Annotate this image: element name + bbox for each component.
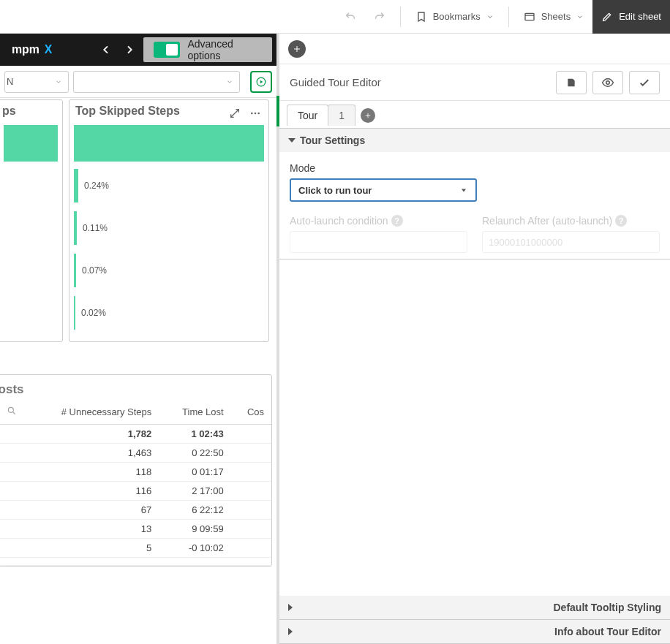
help-icon: ?: [615, 215, 627, 227]
card-actions: [225, 103, 266, 124]
svg-point-6: [257, 113, 260, 115]
svg-point-8: [606, 80, 610, 84]
bar-1: [74, 125, 264, 162]
expand-button[interactable]: [227, 106, 242, 121]
charts-row: ps Top Skipped Steps 0.24%: [0, 98, 276, 346]
editor-title: Guided Tour Editor: [290, 76, 550, 88]
acc-info-header[interactable]: Info about Tour Editor: [279, 620, 670, 643]
table-row[interactable]: 139 09:59: [0, 520, 271, 539]
svg-text:X: X: [45, 43, 53, 56]
play-icon: [256, 77, 266, 87]
chevron-left-icon: [100, 44, 112, 56]
object-icon: [565, 77, 577, 88]
filter-dropdown-1[interactable]: N: [4, 71, 69, 93]
chevron-down-icon: [486, 13, 494, 20]
eye-icon: [601, 76, 614, 89]
edit-sheet-label: Edit sheet: [619, 11, 661, 22]
table-row[interactable]: [0, 558, 271, 566]
preview-button[interactable]: [592, 71, 623, 94]
triangle-down-icon: [288, 138, 296, 143]
mode-label: Mode: [290, 162, 660, 174]
plus-icon: [293, 45, 301, 53]
chart-card-skipped-steps[interactable]: Top Skipped Steps 0.24% 0.11% 0.07% 0.02…: [69, 99, 269, 342]
selection-marker: [276, 96, 279, 126]
add-object-button[interactable]: [288, 40, 306, 58]
more-button[interactable]: [248, 106, 263, 121]
editor-pane: Guided Tour Editor Tour 1 Tour Settings …: [276, 34, 670, 644]
svg-point-4: [251, 113, 253, 115]
bar-large: [4, 125, 58, 162]
disabled-fields: Auto-launch condition? Relaunch After (a…: [290, 215, 660, 253]
table-row[interactable]: 676 22:12: [0, 501, 271, 520]
table-title: y Steps and Reduce Costs: [0, 375, 271, 400]
auto-launch-input: [290, 231, 467, 253]
confirm-button[interactable]: [629, 71, 660, 94]
table-card[interactable]: y Steps and Reduce Costs # Unnecessary S…: [0, 374, 272, 567]
editor-header: Guided Tour Editor: [279, 64, 670, 101]
bar-5: [74, 296, 75, 330]
bar-4: [74, 254, 76, 287]
chevron-down-icon: [576, 13, 584, 20]
auto-launch-label: Auto-launch condition?: [290, 215, 467, 227]
acc-tooltip-header[interactable]: Default Tooltip Styling: [279, 596, 670, 619]
redo-button[interactable]: [365, 0, 394, 34]
undo-button[interactable]: [336, 0, 365, 34]
relaunch-label: Relaunch After (auto-launch)?: [482, 215, 660, 227]
object-button[interactable]: [556, 71, 587, 94]
add-object-row: [279, 34, 670, 64]
table-row[interactable]: 5-0 10:02: [0, 539, 271, 558]
plus-icon: [364, 112, 372, 119]
bookmarks-button[interactable]: Bookmarks: [407, 0, 502, 34]
undo-icon: [345, 11, 356, 23]
bookmark-icon: [415, 11, 427, 23]
triangle-down-icon: [459, 186, 468, 194]
chevron-down-icon: [55, 78, 62, 86]
table-row[interactable]: 1,4630 22:50: [0, 444, 271, 463]
app-bar: mpm X Advanced options: [0, 34, 276, 66]
table-row[interactable]: 1162 17:00: [0, 482, 271, 501]
svg-text:mpm: mpm: [12, 43, 39, 56]
nav-prev-button[interactable]: [97, 39, 116, 60]
chart-card-left[interactable]: ps: [0, 99, 63, 342]
table-row[interactable]: 1180 01:17: [0, 463, 271, 482]
sheets-icon: [524, 11, 535, 23]
sheets-button[interactable]: Sheets: [515, 0, 592, 34]
acc-tour-settings-header[interactable]: Tour Settings: [279, 129, 670, 152]
table-row-total: 1,7821 02:43: [0, 425, 271, 444]
tab-1[interactable]: 1: [328, 105, 355, 126]
col-time[interactable]: Time Lost: [159, 400, 230, 425]
svg-point-7: [8, 407, 13, 412]
search-icon: [7, 406, 17, 416]
toggle-switch[interactable]: [154, 42, 181, 58]
edit-sheet-button[interactable]: Edit sheet: [592, 0, 670, 34]
play-button[interactable]: [250, 71, 272, 93]
chevron-down-icon: [226, 78, 233, 86]
svg-rect-0: [525, 13, 534, 20]
search-header[interactable]: [0, 400, 24, 425]
tab-tour[interactable]: Tour: [287, 105, 328, 126]
col-cost[interactable]: Cos: [231, 400, 271, 425]
top-toolbar: Bookmarks Sheets Edit sheet: [0, 0, 670, 34]
triangle-right-icon: [288, 628, 550, 635]
tab-add[interactable]: [355, 104, 381, 127]
acc-info: Info about Tour Editor: [279, 620, 670, 644]
bar-3: [74, 211, 77, 245]
redo-icon: [374, 11, 385, 23]
left-pane: mpm X Advanced options N: [0, 34, 276, 644]
help-icon: ?: [391, 215, 403, 227]
editor-tabs: Tour 1: [279, 101, 670, 129]
advanced-options-toggle[interactable]: Advanced options: [143, 37, 272, 62]
advanced-options-label: Advanced options: [187, 38, 262, 61]
filter-dropdown-2[interactable]: [73, 71, 240, 93]
relaunch-input: 19000101000000: [482, 231, 660, 253]
nav-next-button[interactable]: [120, 39, 139, 60]
expand-icon: [229, 107, 241, 119]
mode-select[interactable]: Click to run tour: [290, 178, 477, 202]
bookmarks-label: Bookmarks: [433, 11, 481, 22]
acc-tour-settings: Tour Settings Mode Click to run tour Aut…: [279, 129, 670, 260]
chevron-right-icon: [124, 44, 135, 56]
bar-2: [74, 169, 78, 202]
chart-title-left: ps: [0, 100, 62, 122]
col-steps[interactable]: # Unnecessary Steps: [24, 400, 159, 425]
pencil-icon: [601, 11, 613, 23]
